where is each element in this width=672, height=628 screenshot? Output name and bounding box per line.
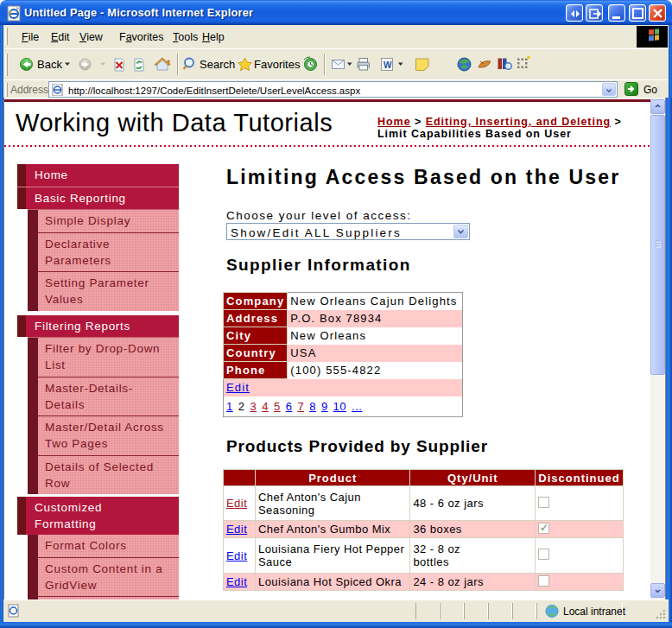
svg-text:W: W — [384, 60, 392, 70]
svg-text:Search: Search — [200, 58, 235, 71]
svg-text:Back: Back — [37, 58, 62, 71]
svg-text:Favorites: Favorites — [254, 58, 301, 71]
